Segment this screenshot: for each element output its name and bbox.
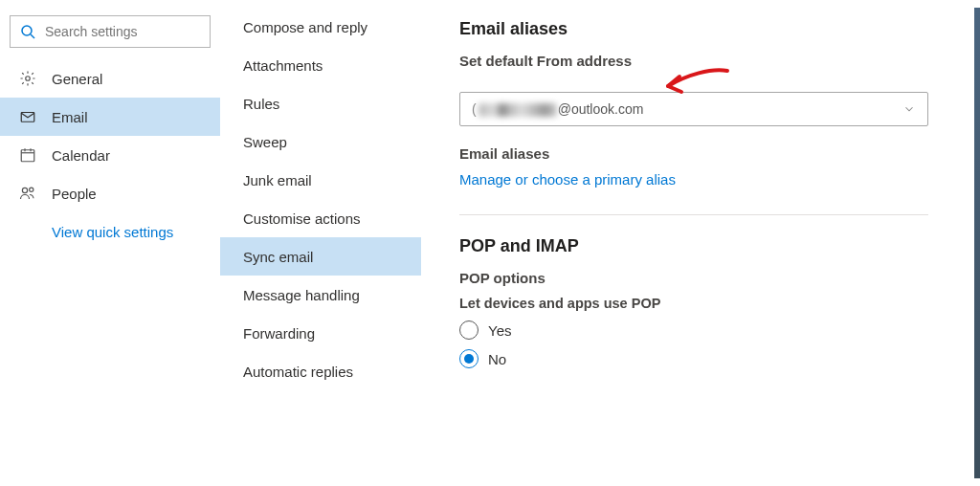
pop-yes-radio[interactable]: Yes xyxy=(459,320,970,340)
section-divider xyxy=(459,214,928,215)
nav-general-label: General xyxy=(52,71,102,87)
calendar-icon xyxy=(19,146,36,164)
pop-let-devices-label: Let devices and apps use POP xyxy=(459,296,970,311)
email-aliases-subheader: Email aliases xyxy=(459,145,970,162)
sub-nav-item[interactable]: Compose and reply xyxy=(220,8,421,46)
chevron-down-icon xyxy=(902,102,916,116)
svg-rect-4 xyxy=(21,150,34,162)
svg-point-9 xyxy=(30,188,33,191)
settings-main-pane: Email aliases Set default From address (… xyxy=(421,0,980,486)
sub-nav-item[interactable]: Sync email xyxy=(220,237,421,276)
view-quick-settings-link[interactable]: View quick settings xyxy=(0,212,220,240)
nav-people[interactable]: People xyxy=(0,174,220,212)
pop-no-label: No xyxy=(488,351,506,367)
email-aliases-header: Email aliases xyxy=(459,19,970,39)
nav-email[interactable]: Email xyxy=(0,98,220,136)
nav-people-label: People xyxy=(52,186,97,202)
gear-icon xyxy=(19,70,36,87)
nav-calendar-label: Calendar xyxy=(52,147,110,164)
people-icon xyxy=(19,185,36,202)
sub-nav-item[interactable]: Customise actions xyxy=(220,199,421,237)
search-settings-input[interactable] xyxy=(45,24,200,39)
svg-point-2 xyxy=(26,77,31,81)
nav-calendar[interactable]: Calendar xyxy=(0,136,220,174)
sub-nav-item[interactable]: Automatic replies xyxy=(220,352,421,390)
sub-nav-item[interactable]: Message handling xyxy=(220,276,421,314)
mail-icon xyxy=(19,108,36,125)
set-default-from-label: Set default From address xyxy=(459,53,970,69)
sub-nav-item[interactable]: Sweep xyxy=(220,122,421,161)
svg-point-0 xyxy=(22,26,32,35)
sub-nav-item[interactable]: Attachments xyxy=(220,46,421,84)
default-from-dropdown[interactable]: (@outlook.com xyxy=(459,92,928,126)
pop-options-label: POP options xyxy=(459,270,970,286)
nav-email-label: Email xyxy=(52,109,88,125)
manage-alias-link[interactable]: Manage or choose a primary alias xyxy=(459,171,970,188)
pop-yes-label: Yes xyxy=(488,322,511,339)
default-from-value: (@outlook.com xyxy=(472,101,643,117)
svg-line-1 xyxy=(31,34,34,38)
svg-point-8 xyxy=(22,188,27,192)
sub-nav-item[interactable]: Junk email xyxy=(220,161,421,199)
pop-imap-header: POP and IMAP xyxy=(459,236,970,256)
settings-left-nav: General Email Calendar People View quick… xyxy=(0,0,220,486)
window-scrollbar[interactable] xyxy=(974,8,980,478)
sub-nav-item[interactable]: Rules xyxy=(220,84,421,122)
sub-nav-item[interactable]: Forwarding xyxy=(220,314,421,352)
settings-sub-nav: Compose and replyAttachmentsRulesSweepJu… xyxy=(220,0,421,486)
pop-no-radio[interactable]: No xyxy=(459,349,970,368)
search-settings-input-wrapper[interactable] xyxy=(10,15,211,48)
search-icon xyxy=(20,24,35,39)
nav-general[interactable]: General xyxy=(0,59,220,98)
